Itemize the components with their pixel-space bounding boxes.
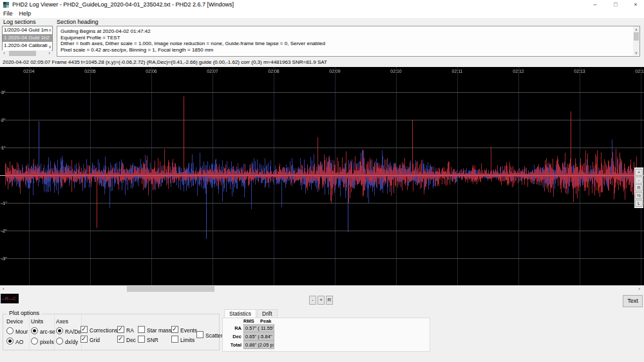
checkbox-icon[interactable] <box>138 336 145 343</box>
zoom-out-button[interactable]: - <box>309 296 316 305</box>
zoom-reset-button[interactable]: R <box>326 296 333 305</box>
radio-icon[interactable] <box>31 327 38 334</box>
y-tick-label: 1" <box>1 146 5 150</box>
scroll-down-icon[interactable]: ∨ <box>48 44 52 49</box>
checkbox-star-mass[interactable]: Star mass <box>138 326 171 334</box>
scroll-right-icon[interactable]: › <box>638 285 640 292</box>
checkbox-events[interactable]: Events <box>171 326 197 334</box>
time-tick-label: 02:05 <box>84 69 96 73</box>
radio-label: RA/De <box>65 329 81 335</box>
log-section-item[interactable]: 1 2020-04 Guid 1h2 <box>3 34 52 42</box>
time-tick-label: 02:10 <box>390 69 402 73</box>
log-section-item[interactable]: 1/2020-04 Guid 1m <box>3 26 52 34</box>
guide-chart[interactable]: 02:0402:0502:0602:0702:0802:0902:1002:11… <box>0 67 644 285</box>
scroll-left-icon[interactable]: ‹ <box>3 285 5 292</box>
section-heading-line: Equipment Profile = TEST <box>61 35 630 41</box>
checkbox-scatter[interactable]: Scatter <box>196 331 223 339</box>
checkbox-icon[interactable] <box>117 326 124 333</box>
plot-options-group: Plot options DeviceMourAOUnitsarc-sepixe… <box>3 314 220 350</box>
menu-help[interactable]: Help <box>16 10 35 18</box>
menu-file[interactable]: File <box>0 10 16 18</box>
window-title: PHD2 Log Viewer - PHD2_GuideLog_2020-04-… <box>12 1 234 8</box>
minimize-icon[interactable]: – <box>590 0 600 9</box>
maximize-icon[interactable]: □ <box>611 0 621 9</box>
radio-label: pixels <box>40 339 54 345</box>
stats-row-value: 0.65" (-5.84" ( <box>243 332 274 341</box>
stats-header-peak: Peak <box>260 318 276 324</box>
section-heading-label: Section heading <box>57 19 99 25</box>
radio-ao[interactable]: AO <box>6 338 23 345</box>
checkbox-label: Star mass <box>147 327 171 334</box>
chart-scale-button-R[interactable]: R <box>635 184 643 191</box>
radio-icon[interactable] <box>6 338 14 345</box>
hscroll-thumb[interactable] <box>9 51 36 56</box>
radio-icon[interactable] <box>6 327 14 334</box>
zoom-in-button[interactable]: + <box>317 296 325 305</box>
scroll-down-icon[interactable]: ∨ <box>633 50 639 55</box>
section-heading-line: Pixel scale = 0.42 arc-sec/px, Binning =… <box>61 47 630 53</box>
guide-chart-canvas[interactable] <box>0 67 644 285</box>
checkbox-icon[interactable] <box>171 336 178 343</box>
log-sections-hscrollbar[interactable]: ‹ › <box>2 50 52 57</box>
checkbox-corrections[interactable]: Corrections <box>80 326 117 334</box>
radio-icon[interactable] <box>56 338 63 345</box>
vscroll-thumb[interactable] <box>634 32 639 41</box>
y-tick-label: -2" <box>1 229 7 233</box>
scroll-left-icon[interactable]: ‹ <box>3 50 5 57</box>
time-tick-label: 02:07 <box>207 69 218 73</box>
checkbox-icon[interactable] <box>80 336 88 343</box>
statistics-table: RMSPeakRA0.57" ( 11.55"Dec0.65" (-5.84" … <box>226 318 276 349</box>
log-section-item[interactable]: 1.2020-04 Calibrati <box>3 42 52 50</box>
text-view-button[interactable]: Text <box>623 295 643 307</box>
time-tick-label: 02:09 <box>329 69 341 73</box>
radio-ra-de[interactable]: RA/De <box>56 327 81 335</box>
legend-segment: — <box>8 294 13 303</box>
section-heading-line: Guiding Begins at 2020-04-02 01:47:42 <box>61 28 630 35</box>
checkbox-label: RA <box>126 327 134 334</box>
radio-arc-se[interactable]: arc-se <box>31 327 55 335</box>
chart-scale-button-½[interactable]: ½ <box>635 192 643 199</box>
scroll-up-icon[interactable]: ∧ <box>48 28 52 32</box>
chart-scale-button-+[interactable]: + <box>635 169 643 176</box>
radio-dx-dy[interactable]: dx/dy <box>56 338 78 345</box>
radio-mour[interactable]: Mour <box>6 327 28 335</box>
chart-scale-button--[interactable]: - <box>635 176 643 184</box>
chart-hscroll-thumb[interactable] <box>127 286 214 292</box>
checkbox-label: Scatter <box>205 332 223 339</box>
time-tick-label: 02:12 <box>513 69 524 73</box>
stats-row-ra: RA0.57" ( 11.55" <box>226 324 276 332</box>
checkbox-icon[interactable] <box>138 326 145 333</box>
checkbox-ra[interactable]: RA <box>117 326 134 334</box>
checkbox-icon[interactable] <box>117 336 124 343</box>
checkbox-grid[interactable]: Grid <box>80 336 100 343</box>
radio-icon[interactable] <box>56 327 63 334</box>
option-group-axes: AxesRA/Dedx/dy <box>54 314 82 350</box>
phd2-log-viewer-window: PHD2 Log Viewer - PHD2_GuideLog_2020-04-… <box>0 0 644 362</box>
log-sections-list[interactable]: 1/2020-04 Guid 1m1 2020-04 Guid 1h21.202… <box>2 26 53 51</box>
chart-scale-button-L[interactable]: L <box>635 200 643 207</box>
checkbox-snr[interactable]: SNR <box>138 336 158 343</box>
checkbox-icon[interactable] <box>171 326 178 333</box>
radio-pixels[interactable]: pixels <box>31 338 54 345</box>
statistics-panel: RMSPeakRA0.57" ( 11.55"Dec0.65" (-5.84" … <box>222 318 430 352</box>
option-group-device: DeviceMourAO <box>5 314 30 350</box>
stats-row-label: RA <box>226 324 243 332</box>
scroll-right-icon[interactable]: › <box>48 50 50 57</box>
scroll-up-icon[interactable]: ∧ <box>633 27 639 32</box>
checkbox-label: Corrections <box>90 327 117 334</box>
stats-row-value: 0.86" (2.05 px <box>243 341 274 349</box>
section-vscrollbar[interactable]: ∧ ∨ <box>633 26 639 55</box>
close-icon[interactable]: × <box>630 0 641 9</box>
radio-label: arc-se <box>40 329 55 335</box>
radio-icon[interactable] <box>31 338 38 345</box>
y-tick-label: -1" <box>1 201 7 205</box>
app-icon <box>3 2 9 8</box>
checkbox-label: Events <box>180 327 197 334</box>
checkbox-dec[interactable]: Dec <box>117 336 136 343</box>
chart-hscrollbar[interactable]: ‹ › <box>0 285 644 292</box>
stats-row-label: Total <box>226 341 243 349</box>
status-line: 2020-04-02 02:05:07 Frame 4435 t=1045.28… <box>0 57 644 67</box>
checkbox-icon[interactable] <box>196 331 204 338</box>
checkbox-icon[interactable] <box>80 326 88 333</box>
checkbox-limits[interactable]: Limits <box>171 336 194 343</box>
